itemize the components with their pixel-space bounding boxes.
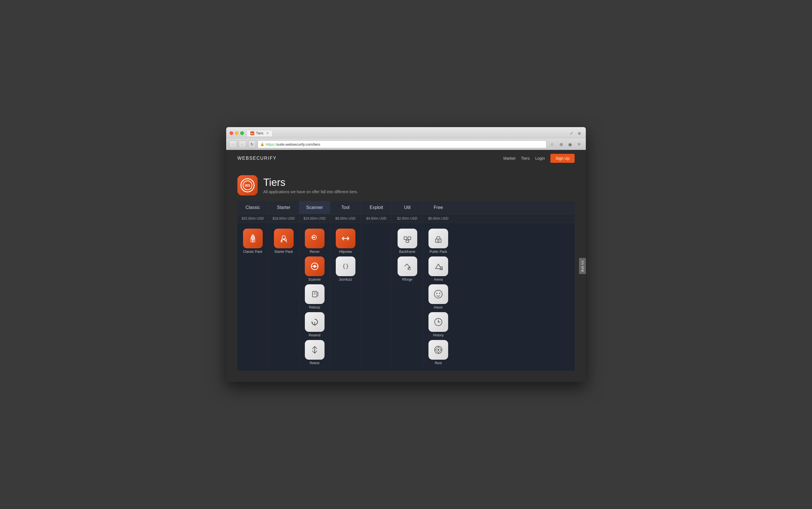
tab-favicon: ws [250, 131, 254, 135]
resend-icon [305, 312, 325, 332]
nav-tiers[interactable]: Tiers [521, 156, 530, 161]
tiers-section: Classic Starter Scanner Tool Exploit Uti… [226, 201, 586, 382]
classic-col: Classic Pack [237, 227, 268, 367]
price-classic: $32.00/m USD [237, 214, 268, 223]
classic-pack-icon [243, 229, 263, 248]
list-item[interactable]: Resend [305, 312, 325, 337]
list-item[interactable]: Recon [305, 229, 325, 253]
list-item[interactable]: Classic Pack [243, 229, 263, 253]
price-scanner: $16.00/m USD [299, 214, 330, 223]
col-classic: Classic [237, 201, 268, 214]
public-pack-label: Public Pack [430, 250, 447, 253]
svg-rect-26 [404, 237, 407, 240]
starter-col: Starter Pack [268, 227, 299, 367]
list-item[interactable]: Reburp [305, 284, 325, 309]
tab-bar: ws Tiers ✕ [247, 130, 565, 136]
httpview-icon [336, 229, 356, 248]
list-item[interactable]: {} Jsonfuzz [336, 257, 356, 281]
page-content: WEBSECURIFY Market Tiers Login Sign Up W… [226, 150, 586, 382]
svg-text:WS: WS [245, 183, 250, 188]
extensions2-icon[interactable]: ⊕ [557, 140, 565, 148]
scanner-label: Scanner [308, 277, 321, 281]
ssl-lock-icon: 🔒 [260, 142, 264, 146]
list-item[interactable]: Haxor [429, 284, 448, 309]
svg-point-12 [313, 237, 315, 238]
price-free: $0.00/m USD [423, 214, 454, 223]
svg-point-36 [434, 290, 442, 298]
tiers-header: Classic Starter Scanner Tool Exploit Uti… [237, 201, 575, 214]
maximize-button[interactable] [240, 131, 244, 135]
list-item[interactable]: History [429, 312, 448, 337]
tiers-prices: $32.00/m USD $18.00/m USD $16.00/m USD $… [237, 214, 575, 223]
col-tool: Tool [330, 201, 361, 214]
ws-logo-inner: WS [241, 178, 255, 192]
svg-point-16 [313, 265, 316, 268]
list-item[interactable]: Rforge [398, 257, 417, 281]
page-subtitle: All applications we have on offer fall i… [263, 190, 358, 194]
minimize-button[interactable] [235, 131, 238, 135]
nav-market[interactable]: Market [504, 156, 516, 161]
svg-point-33 [438, 240, 439, 242]
rest-icon [429, 340, 448, 360]
retest-label: Retest [309, 361, 320, 365]
reburp-label: Reburp [309, 305, 320, 309]
list-item[interactable]: Retest [305, 340, 325, 365]
forward-button[interactable]: › [238, 140, 247, 148]
svg-point-38 [439, 293, 440, 294]
menu-icon[interactable]: ≡ [575, 140, 583, 148]
site-logo: WEBSECURIFY [237, 156, 276, 161]
page-title-section: Tiers All applications we have on offer … [263, 177, 358, 194]
svg-line-29 [405, 240, 407, 240]
starter-pack-label: Starter Pack [274, 250, 293, 253]
arena-label: Arena [434, 277, 443, 281]
close-button[interactable] [229, 131, 233, 135]
rforge-icon [398, 257, 417, 276]
tiers-table: Classic Starter Scanner Tool Exploit Uti… [237, 201, 575, 371]
page-title: Tiers [263, 177, 358, 189]
address-bar[interactable]: 🔒 https://suite.websecurify.com/tiers [258, 140, 547, 148]
nav-actions: ☆ ⊕ ◉ ≡ [548, 140, 583, 148]
free-col: Public Pack Arena [423, 227, 454, 367]
price-starter: $18.00/m USD [268, 214, 299, 223]
list-item[interactable]: Httpview [336, 229, 356, 253]
extensions-icon[interactable]: ⊕ [576, 130, 583, 136]
arena-icon [429, 257, 448, 276]
site-header: WEBSECURIFY Market Tiers Login Sign Up [226, 150, 586, 167]
svg-point-37 [436, 293, 438, 294]
jsonfuzz-label: Jsonfuzz [339, 277, 352, 281]
profile-icon[interactable]: ◉ [566, 140, 574, 148]
tool-col: Httpview {} Jsonfuzz [330, 227, 361, 367]
nav-bar: ‹ › ↻ 🔒 https://suite.websecurify.com/ti… [226, 139, 586, 150]
ask-us-label[interactable]: Ask Us [579, 258, 586, 274]
list-item[interactable]: Scanner [305, 257, 325, 281]
title-bar: ws Tiers ✕ ⤢ ⊕ [226, 127, 586, 139]
reburp-icon [305, 284, 325, 304]
tab-close-icon[interactable]: ✕ [266, 131, 269, 135]
recon-icon [305, 229, 325, 248]
header-nav: Market Tiers Login Sign Up [504, 154, 575, 163]
list-item[interactable]: Rest [429, 340, 448, 365]
fullscreen-icon[interactable]: ⤢ [568, 130, 575, 136]
active-tab[interactable]: ws Tiers ✕ [247, 130, 272, 136]
bookmark-icon[interactable]: ☆ [548, 140, 556, 148]
col-util: Util [392, 201, 423, 214]
back-button[interactable]: ‹ [229, 140, 237, 148]
list-item[interactable]: Backframe [398, 229, 417, 253]
list-item[interactable]: Public Pack [429, 229, 448, 253]
list-item[interactable]: Arena [429, 257, 448, 281]
backframe-label: Backframe [399, 250, 415, 253]
window-controls [229, 131, 244, 135]
exploit-col [361, 227, 392, 367]
svg-rect-28 [406, 240, 409, 242]
scanner-icon [305, 257, 325, 276]
ask-us-sidebar[interactable]: Ask Us [579, 258, 586, 274]
classic-pack-label: Classic Pack [243, 250, 262, 253]
list-item[interactable]: Starter Pack [274, 229, 294, 253]
tab-title: Tiers [256, 131, 263, 135]
haxor-label: Haxor [434, 305, 443, 309]
col-free: Free [423, 201, 454, 214]
svg-point-45 [438, 349, 439, 351]
nav-login[interactable]: Login [535, 156, 545, 161]
reload-button[interactable]: ↻ [248, 140, 256, 148]
signup-button[interactable]: Sign Up [550, 154, 575, 163]
